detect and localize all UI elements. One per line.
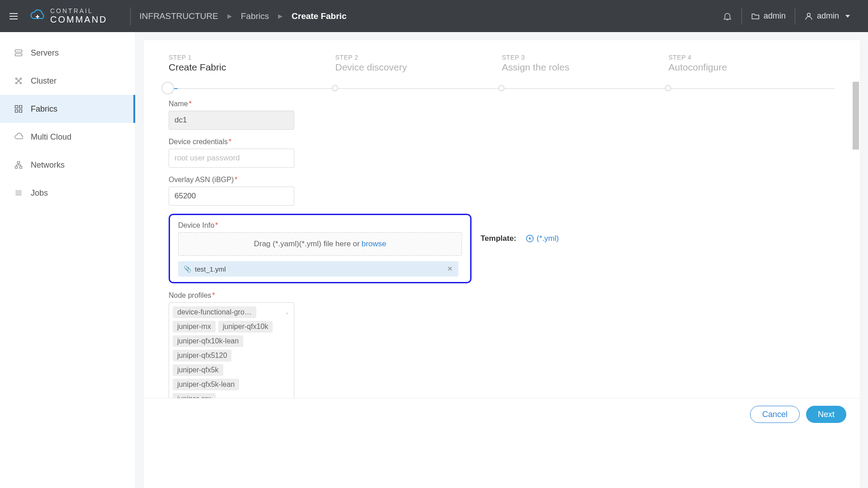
next-button[interactable]: Next — [806, 406, 846, 423]
step-num: STEP 2 — [335, 54, 502, 61]
step-num: STEP 1 — [169, 54, 335, 61]
networks-icon — [14, 160, 24, 170]
breadcrumb-infrastructure[interactable]: INFRASTRUCTURE — [140, 11, 218, 21]
cloud-icon — [29, 9, 46, 23]
svg-rect-14 — [19, 110, 22, 113]
sidebar-item-networks[interactable]: Networks — [0, 151, 135, 179]
browse-link[interactable]: browse — [362, 239, 387, 249]
step-title: Create Fabric — [169, 62, 335, 73]
folder-icon — [751, 12, 760, 21]
step-title: Assign the roles — [502, 62, 669, 73]
breadcrumb-create-fabric: Create Fabric — [292, 11, 346, 21]
step-4: STEP 4 Autoconfigure — [669, 54, 835, 73]
header-right: admin admin — [713, 8, 859, 24]
dropzone-text: Drag (*.yaml)(*.yml) file here or — [254, 239, 359, 249]
overlay-asn-input[interactable] — [169, 187, 294, 206]
create-fabric-card: STEP 1 Create Fabric STEP 2 Device disco… — [144, 40, 860, 488]
sidebar-item-multicloud[interactable]: Multi Cloud — [0, 123, 135, 151]
device-info-wrapper: Device Info* Drag (*.yaml)(*.yml) file h… — [169, 214, 835, 283]
file-dropzone[interactable]: Drag (*.yaml)(*.yml) file here or browse — [178, 232, 462, 256]
project-dropdown[interactable]: admin — [742, 11, 795, 21]
attachment-icon: 📎 — [184, 265, 191, 272]
sidebar-item-label: Multi Cloud — [31, 132, 71, 142]
sidebar-item-fabrics[interactable]: Fabrics — [0, 95, 135, 123]
chevron-right-icon: ▶ — [227, 13, 232, 19]
svg-point-10 — [18, 80, 19, 81]
svg-rect-13 — [15, 110, 18, 113]
svg-point-6 — [15, 78, 17, 79]
step-num: STEP 3 — [502, 54, 669, 61]
sidebar-item-label: Jobs — [31, 188, 48, 198]
node-profiles-select[interactable]: ⌄ device-functional-gro… juniper-mx juni… — [169, 302, 294, 398]
logo-text: CONTRAIL COMMAND — [50, 8, 108, 24]
field-name: Name* — [169, 100, 835, 130]
chevron-right-icon: ▶ — [278, 13, 283, 19]
cancel-button[interactable]: Cancel — [750, 406, 800, 423]
sidebar-item-label: Cluster — [31, 76, 57, 86]
device-info-label: Device Info* — [178, 221, 462, 230]
svg-point-8 — [15, 82, 17, 84]
profile-tag[interactable]: juniper-qfx5k — [173, 364, 223, 376]
bell-icon — [722, 11, 732, 21]
profile-tag[interactable]: juniper-qfx5k-lean — [173, 379, 239, 390]
user-name: admin — [817, 11, 839, 21]
notifications-button[interactable] — [713, 11, 741, 21]
app-logo[interactable]: CONTRAIL COMMAND — [29, 8, 121, 24]
sidebar-item-cluster[interactable]: Cluster — [0, 67, 135, 95]
app-header: CONTRAIL COMMAND INFRASTRUCTURE ▶ Fabric… — [0, 0, 868, 32]
profile-tag[interactable]: device-functional-gro… — [173, 306, 256, 318]
template-download-link[interactable]: (*.yml) — [526, 234, 559, 243]
profile-tag[interactable]: juniper-mx — [173, 321, 216, 333]
svg-rect-11 — [15, 106, 18, 108]
chevron-down-icon: ⌄ — [285, 309, 289, 315]
sidebar-item-jobs[interactable]: Jobs — [0, 179, 135, 207]
breadcrumb: INFRASTRUCTURE ▶ Fabrics ▶ Create Fabric — [140, 11, 347, 21]
step-2: STEP 2 Device discovery — [335, 54, 502, 73]
profile-tag[interactable]: juniper-srx — [173, 393, 216, 398]
svg-rect-5 — [15, 54, 22, 56]
hamburger-menu-icon[interactable] — [5, 7, 23, 25]
breadcrumb-fabrics[interactable]: Fabrics — [241, 11, 269, 21]
svg-point-3 — [807, 13, 811, 16]
step-3: STEP 3 Assign the roles — [502, 54, 669, 73]
sidebar-item-label: Networks — [31, 160, 65, 170]
main-content: STEP 1 Create Fabric STEP 2 Device disco… — [136, 32, 868, 488]
svg-rect-17 — [20, 166, 22, 168]
svg-point-9 — [20, 82, 21, 84]
servers-icon — [14, 48, 24, 58]
file-name: test_1.yml — [195, 265, 226, 273]
profile-tag[interactable]: juniper-qfx10k-lean — [173, 335, 243, 347]
jobs-icon — [14, 188, 24, 198]
sidebar-item-label: Fabrics — [31, 104, 57, 114]
profile-tag[interactable]: juniper-qfx5120 — [173, 350, 231, 361]
download-icon — [526, 235, 534, 243]
remove-file-button[interactable]: ✕ — [447, 265, 453, 273]
stepper: STEP 1 Create Fabric STEP 2 Device disco… — [144, 40, 860, 73]
step-title: Autoconfigure — [669, 62, 835, 73]
device-info-box: Device Info* Drag (*.yaml)(*.yml) file h… — [169, 214, 472, 283]
sidebar-item-label: Servers — [31, 48, 59, 58]
svg-rect-16 — [15, 166, 18, 168]
sidebar-item-servers[interactable]: Servers — [0, 39, 135, 67]
name-input[interactable] — [169, 111, 294, 130]
user-dropdown[interactable]: admin — [795, 11, 859, 21]
scrollbar-thumb[interactable] — [853, 82, 859, 150]
chevron-down-icon — [845, 15, 850, 18]
field-overlay-asn: Overlay ASN (iBGP)* — [169, 176, 835, 206]
cluster-icon — [14, 76, 24, 86]
field-node-profiles: Node profiles* ⌄ device-functional-gro… … — [169, 291, 835, 398]
overlay-asn-label: Overlay ASN (iBGP)* — [169, 176, 835, 184]
svg-rect-4 — [15, 50, 22, 52]
sidebar: Servers Cluster Fabrics Multi Cloud Netw… — [0, 32, 136, 488]
card-footer: Cancel Next — [144, 398, 860, 430]
step-title: Device discovery — [335, 62, 502, 73]
credentials-input[interactable] — [169, 149, 294, 168]
svg-rect-15 — [18, 162, 20, 164]
profile-tag[interactable]: juniper-qfx10k — [218, 321, 273, 333]
project-name: admin — [764, 11, 786, 21]
field-credentials: Device credentials* — [169, 138, 835, 168]
uploaded-file-chip: 📎 test_1.yml ✕ — [178, 261, 458, 277]
step-1: STEP 1 Create Fabric — [169, 54, 335, 73]
name-label: Name* — [169, 100, 835, 108]
svg-point-7 — [20, 78, 21, 79]
